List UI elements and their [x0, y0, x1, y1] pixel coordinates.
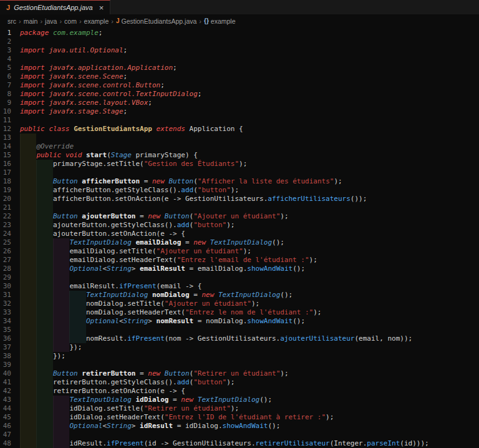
code-line[interactable]: 33 nomDialog.setHeaderText("Entrez le no…: [0, 308, 479, 317]
code-line[interactable]: 30 emailResult.ifPresent(email -> {: [0, 282, 479, 291]
line-number: 1: [0, 29, 20, 37]
code-line[interactable]: 19 afficherButton.getStyleClass().add("b…: [0, 186, 479, 195]
code-line[interactable]: 21: [0, 203, 479, 212]
breadcrumb-item-main[interactable]: main: [24, 17, 38, 25]
code-tokens: retirerButton.setOnAction(e -> {: [20, 387, 185, 395]
close-icon[interactable]: ×: [99, 4, 104, 12]
code-token: emailResult.: [69, 282, 119, 290]
code-line-text: ajouterButton.getStyleClass().add("butto…: [20, 221, 479, 230]
code-tokens: @Override: [20, 142, 74, 150]
code-token: new: [193, 238, 206, 246]
code-line[interactable]: 40 Button retirerButton = new Button("Re…: [0, 369, 479, 378]
code-line[interactable]: 5import javafx.application.Application;: [0, 64, 479, 72]
code-line[interactable]: 48 idResult.ifPresent(id -> GestionUtili…: [0, 439, 479, 448]
code-line[interactable]: 13: [0, 134, 479, 142]
code-line[interactable]: 36 nomResult.ifPresent(nom -> GestionUti…: [0, 334, 479, 343]
code-line[interactable]: 42 retirerButton.setOnAction(e -> {: [0, 387, 479, 396]
code-line-text: public void start(Stage primaryStage) {: [20, 151, 479, 160]
code-token: );: [231, 186, 239, 194]
code-line-text: nomDialog.setHeaderText("Entrez le nom d…: [20, 308, 479, 317]
code-line[interactable]: 14 @Override: [0, 142, 479, 151]
line-number: 24: [0, 230, 20, 238]
code-line[interactable]: 37 });: [0, 343, 479, 352]
code-token: );: [226, 221, 235, 229]
code-line[interactable]: 10import javafx.stage.Stage;: [0, 107, 479, 116]
breadcrumb-label: GestionEtudiantsApp.java: [122, 17, 197, 25]
code-line[interactable]: 7import javafx.scene.control.Button;: [0, 81, 479, 90]
code-line[interactable]: 23 ajouterButton.getStyleClass().add("bu…: [0, 221, 479, 230]
code-line[interactable]: 16 primaryStage.setTitle("Gestion des Ét…: [0, 160, 479, 168]
code-line[interactable]: 35: [0, 326, 479, 334]
code-token: showAndWait: [247, 317, 293, 325]
breadcrumb-item-src[interactable]: src: [7, 17, 16, 25]
code-line[interactable]: 32 nomDialog.setTitle("Ajouter un étudia…: [0, 299, 479, 308]
code-line[interactable]: 31 TextInputDialog nomDialog = new TextI…: [0, 291, 479, 299]
breadcrumb-item-example[interactable]: example: [84, 17, 109, 25]
code-line[interactable]: 4: [0, 55, 479, 64]
code-token: );: [280, 369, 288, 377]
code-tokens: [20, 273, 69, 281]
breadcrumb-item-com[interactable]: com: [64, 17, 77, 25]
code-area: 1package com.example;23import java.util.…: [0, 29, 479, 448]
code-line[interactable]: 6import javafx.scene.Scene;: [0, 72, 479, 81]
code-line[interactable]: 25 TextInputDialog emailDialog = new Tex…: [0, 238, 479, 247]
code-token: ();: [280, 291, 293, 299]
code-line[interactable]: 3import java.util.Optional;: [0, 46, 479, 55]
code-token: emailDialog: [135, 238, 181, 246]
code-token: retirerButton.getStyleClass().: [53, 378, 177, 386]
code-line[interactable]: 9import javafx.scene.layout.VBox;: [0, 99, 479, 107]
java-file-icon: J: [116, 17, 120, 24]
code-token: @Override: [37, 142, 74, 150]
code-token: retirerButton: [82, 369, 135, 377]
code-line[interactable]: 27 emailDialog.setHeaderText("Entrez l'e…: [0, 256, 479, 265]
code-line[interactable]: 41 retirerButton.getStyleClass().add("bu…: [0, 378, 479, 387]
code-line[interactable]: 22 Button ajouterButton = new Button("Aj…: [0, 212, 479, 221]
code-token: com.example: [53, 29, 99, 37]
code-line-text: import javafx.stage.Stage;: [20, 107, 479, 116]
breadcrumb-item-example[interactable]: {}example: [204, 17, 236, 25]
code-line[interactable]: 39: [0, 361, 479, 369]
code-token: (email -> {: [157, 282, 202, 290]
tab-gestion-etudiants-app[interactable]: J GestionEtudiantsApp.java ×: [0, 0, 110, 14]
code-token: class: [49, 125, 69, 133]
code-token: "Ajouter un étudiant": [157, 247, 243, 255]
line-number: 3: [0, 46, 20, 55]
code-line[interactable]: 38 });: [0, 352, 479, 361]
code-line[interactable]: 43 TextInputDialog idDialog = new TextIn…: [0, 396, 479, 404]
code-token: ();: [259, 396, 272, 404]
code-line[interactable]: 46 Optional<String> idResult = idDialog.…: [0, 422, 479, 431]
code-token: showAndWait: [223, 422, 268, 430]
code-token: });: [69, 343, 82, 351]
line-number: 29: [0, 273, 20, 282]
code-line[interactable]: 26 emailDialog.setTitle("Ajouter un étud…: [0, 247, 479, 256]
code-line[interactable]: 20 afficherButton.setOnAction(e -> Gesti…: [0, 195, 479, 203]
code-line[interactable]: 2: [0, 37, 479, 46]
line-number: 25: [0, 238, 20, 247]
code-line[interactable]: 8import javafx.scene.control.TextInputDi…: [0, 90, 479, 99]
code-line[interactable]: 11: [0, 116, 479, 125]
code-line[interactable]: 47: [0, 431, 479, 439]
code-token: Optional: [69, 265, 102, 273]
code-tokens: Button ajouterButton = new Button("Ajout…: [20, 212, 289, 220]
code-line[interactable]: 24 ajouterButton.setOnAction(e -> {: [0, 230, 479, 238]
code-token: Button: [53, 177, 78, 185]
code-line[interactable]: 29: [0, 273, 479, 282]
breadcrumb-item-gestionetudiantsapp-java[interactable]: JGestionEtudiantsApp.java: [116, 17, 196, 25]
code-line[interactable]: 12public class GestionEtudiantsApp exten…: [0, 125, 479, 134]
code-token: "Entrez l'email de l'étudiant :": [177, 256, 309, 264]
code-line[interactable]: 18 Button afficherButton = new Button("A…: [0, 177, 479, 186]
code-line[interactable]: 28 Optional<String> emailResult = emailD…: [0, 265, 479, 273]
line-number: 16: [0, 160, 20, 168]
code-token: Button: [53, 212, 78, 220]
code-line[interactable]: 44 idDialog.setTitle("Retirer un étudian…: [0, 404, 479, 413]
code-token: nomResult: [157, 317, 194, 325]
code-line[interactable]: 45 idDialog.setHeaderText("Entrez l'ID d…: [0, 413, 479, 422]
code-token: add: [177, 378, 190, 386]
code-line[interactable]: 17: [0, 168, 479, 177]
code-line[interactable]: 15 public void start(Stage primaryStage)…: [0, 151, 479, 160]
code-token: Button: [165, 212, 190, 220]
breadcrumb-label: src: [7, 17, 16, 25]
code-line[interactable]: 34 Optional<String> nomResult = nomDialo…: [0, 317, 479, 326]
breadcrumb-item-java[interactable]: java: [45, 17, 57, 25]
code-line[interactable]: 1package com.example;: [0, 29, 479, 37]
